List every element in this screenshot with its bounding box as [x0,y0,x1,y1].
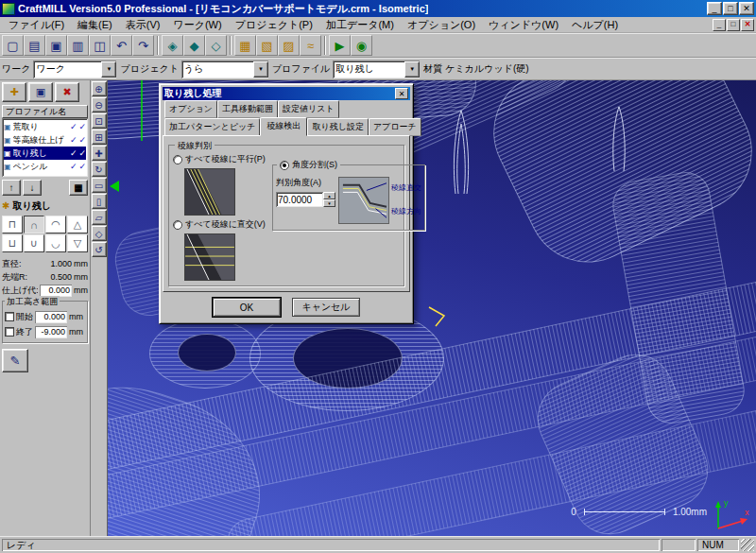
menu-window[interactable]: ウィンドウ(W) [482,17,565,33]
end-input[interactable]: -9.000 [35,326,67,338]
menu-work[interactable]: ワーク(W) [166,17,228,33]
mdi-restore-button[interactable]: □ [727,19,740,31]
start-checkbox[interactable] [5,312,14,321]
maximize-icon: □ [728,4,732,13]
move-up-button[interactable]: ↑ [2,180,21,196]
mdi-minimize-button[interactable]: _ [713,19,726,31]
taper-mill-button[interactable]: △ [67,216,88,233]
profile-list-header-label: プロファイル名 [6,107,66,116]
copy-profile-button[interactable]: ▣ [28,82,53,102]
tab-options[interactable]: オプション [164,100,217,118]
zoom-out-button[interactable]: ⊖ [92,97,107,112]
rotate-view-button[interactable]: ↻ [92,162,107,177]
save-button[interactable]: ▣ [45,35,67,56]
chevron-down-icon[interactable]: ▼ [253,61,268,78]
end-checkbox[interactable] [5,327,14,337]
radio-parallel-to-edges[interactable]: すべて稜線に平行(P) [173,153,267,165]
spin-down-button[interactable]: ▾ [323,199,335,207]
dialog-close-button[interactable]: ✕ [395,88,408,99]
pan-icon: ✚ [94,148,102,159]
ball-end-mill-button[interactable]: ∩ [24,216,44,233]
ok-button[interactable]: OK [213,298,281,317]
close-button[interactable]: ✕ [739,2,754,15]
profile-row[interactable]: ▣ 等高線仕上げ ✓ ✓ [4,133,86,147]
minimize-button[interactable]: _ [707,2,722,15]
redo-button[interactable]: ↷ [132,35,154,56]
print-preview-button[interactable]: ◫ [89,35,111,56]
profile-row[interactable]: ▣ ペンシル ✓ ✓ [4,160,86,173]
chevron-down-icon[interactable]: ▼ [101,61,116,78]
add-profile-button[interactable]: ✚ [2,82,26,102]
print-button[interactable]: ▥ [67,35,89,56]
work-button[interactable]: ▦ [234,35,256,56]
menu-file[interactable]: ファイル(F) [2,17,71,33]
spin-up-button[interactable]: ▴ [323,192,335,199]
tab-tool-travel-range[interactable]: 工具移動範囲 [217,100,278,118]
move-down-button[interactable]: ↓ [23,180,42,196]
simulate-button[interactable]: ▶ [329,35,351,56]
edit-parameters-button[interactable]: ✎ [2,349,28,372]
v-mill-button[interactable]: ▽ [67,234,88,252]
mdi-close-button[interactable]: ✕ [741,19,754,31]
iso-view-button[interactable]: ◇ [205,35,227,56]
radio-angle-split[interactable]: 角度分割(S) [280,159,337,171]
calc-toolpath-button[interactable]: ≈ [300,35,321,56]
menu-view[interactable]: 表示(V) [119,17,167,33]
new-file-button[interactable]: ▢ [2,35,24,56]
flat-end-mill-button[interactable]: ⊓ [2,216,23,233]
angle-input[interactable] [276,192,323,207]
height-range-label: 加工高さ範囲 [5,296,60,308]
shaded-view-button[interactable]: ◆ [183,35,205,56]
profile-combobox[interactable]: 取り残し ▼ [333,60,420,78]
angle-split-label: 角度分割(S) [292,159,337,171]
dialog-title-bar[interactable]: 取り残し処理 ✕ [163,87,410,100]
view-front-button[interactable]: ▭ [92,178,107,193]
wireframe-view-button[interactable]: ◈ [162,35,183,56]
menu-options[interactable]: オプション(O) [401,17,482,33]
tab-edge-detection[interactable]: 稜線検出 [260,117,307,136]
end-height-row: 終了 -9.000 mm [5,324,85,339]
tab-rest-settings[interactable]: 取り残し設定 [307,118,368,136]
maximize-button[interactable]: □ [723,2,738,15]
undo-button[interactable]: ↶ [111,35,132,56]
open-file-button[interactable]: ▤ [24,35,45,56]
profile-button[interactable]: ▨ [278,35,300,56]
cancel-button[interactable]: キャンセル [292,298,360,317]
nc-output-icon: ◉ [356,40,367,52]
profile-row[interactable]: ▣ 荒取り ✓ ✓ [4,120,86,133]
title-bar[interactable]: CraftMILL Version5.0 Professional - [リモコ… [0,0,756,17]
project-button[interactable]: ▧ [256,35,278,56]
view-iso-button[interactable]: ◇ [92,226,107,241]
tab-settings-list[interactable]: 設定値リスト [278,100,339,118]
profile-list[interactable]: ▣ 荒取り ✓ ✓ ▣ 等高線仕上げ ✓ ✓ ▣ 取り残し ✓ ✓ [2,118,88,177]
profile-list-settings-button[interactable]: ▦ [69,180,88,196]
redraw-button[interactable]: ↺ [92,242,107,257]
ball-end-mill-alt-button[interactable]: ∪ [24,234,44,252]
tab-pattern-pitch[interactable]: 加工パターンとピッチ [164,118,260,136]
profile-row-selected[interactable]: ▣ 取り残し ✓ ✓ [4,147,86,160]
menu-machining-data[interactable]: 加工データ(M) [319,17,401,33]
zoom-fit-button[interactable]: ⊞ [92,130,107,145]
tab-approach[interactable]: アプローチ [369,118,421,136]
menu-edit[interactable]: 編集(E) [71,17,119,33]
pan-button[interactable]: ✚ [92,146,107,161]
radio-perpendicular-to-edges[interactable]: すべて稜線に直交(V) [173,218,267,231]
resize-grip[interactable] [741,539,754,551]
zoom-window-button[interactable]: ⊡ [92,113,107,129]
start-input[interactable]: 0.000 [35,311,67,323]
menu-project[interactable]: プロジェクト(P) [229,17,319,33]
allowance-input[interactable]: 0.000 [40,285,72,297]
chevron-down-icon[interactable]: ▼ [404,61,420,78]
nc-output-button[interactable]: ◉ [351,35,372,56]
delete-profile-button[interactable]: ✖ [55,82,79,102]
view-top-button[interactable]: ▱ [92,210,107,225]
flat-end-mill-alt-button[interactable]: ⊔ [2,234,23,252]
zoom-in-button[interactable]: ⊕ [92,81,107,96]
view-side-button[interactable]: ▯ [92,194,107,209]
dialog-tab-row-2: 加工パターンとピッチ 稜線検出 取り残し設定 アプローチ [163,118,410,136]
work-combobox[interactable]: ワーク ▼ [33,60,116,78]
project-combobox[interactable]: うら ▼ [181,60,268,78]
bull-nose-mill-button[interactable]: ◠ [45,216,66,233]
round-mill-button[interactable]: ◡ [45,234,66,252]
menu-help[interactable]: ヘルプ(H) [565,17,625,33]
